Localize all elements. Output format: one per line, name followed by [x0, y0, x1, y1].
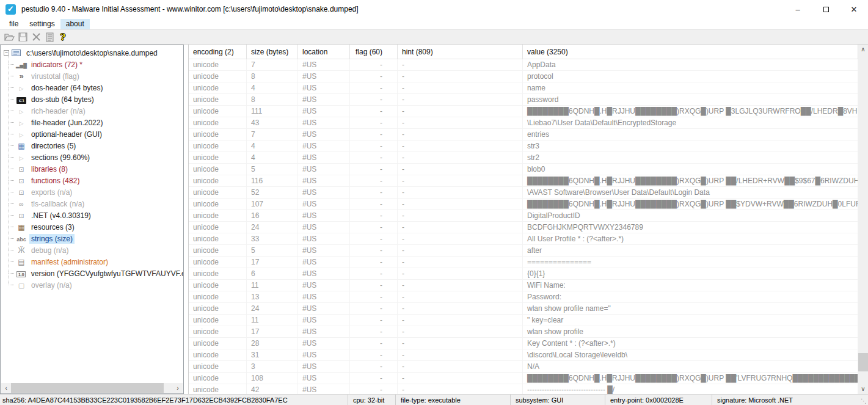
table-row[interactable]: unicode7#US--AppData — [189, 59, 858, 71]
maximize-button[interactable] — [812, 0, 840, 18]
tree-item-dos-header[interactable]: ▷dos-header (64 bytes) — [1, 82, 183, 93]
table-row[interactable]: unicode6#US--{0}{1} — [189, 268, 858, 280]
report-icon[interactable] — [43, 31, 56, 43]
tree-item-debug-n[interactable]: Ӝdebug (n/a) — [1, 244, 183, 256]
cell-flag: - — [350, 129, 398, 140]
table-row[interactable]: unicode7#US--entries — [189, 129, 858, 140]
tree-item-manifest-administrator[interactable]: ▤manifest (administrator) — [1, 256, 183, 268]
cell-size: 108 — [247, 373, 298, 384]
save-icon[interactable] — [16, 31, 29, 43]
expander-icon: ▷ — [15, 107, 27, 115]
tree-item-label: version (YFGGCVyufgtwfyuTGFWTVFAUYVF.e — [29, 269, 183, 279]
scroll-left-icon[interactable]: ‹ — [1, 384, 11, 392]
table-row[interactable]: unicode108#US--████████6QDNH█.H█RJJHU███… — [189, 373, 858, 384]
tree-item-net-v4[interactable]: ⊡.NET (v4.0.30319) — [1, 210, 183, 221]
cell-encoding: unicode — [189, 106, 247, 117]
column-header-location[interactable]: location — [298, 45, 350, 59]
table-row[interactable]: unicode13#US--Password: — [189, 291, 858, 303]
table-row[interactable]: unicode17#US--=============== — [189, 257, 858, 268]
table-row[interactable]: unicode4#US--str2 — [189, 152, 858, 164]
cell-hint: - — [398, 280, 523, 291]
scroll-right-icon[interactable]: › — [173, 384, 183, 392]
table-row[interactable]: unicode3#US--N/A — [189, 361, 858, 373]
table-row[interactable]: unicode5#US--after — [189, 245, 858, 257]
tree-item-version-yfggcvyufgtwfyutgfwtvfauyvf[interactable]: 1.0version (YFGGCVyufgtwfyuTGFWTVFAUYVF.… — [1, 268, 183, 279]
table-row[interactable]: unicode111#US--████████6QDNH█.H█RJJHU███… — [189, 106, 858, 117]
table-row[interactable]: unicode24#US--BCDFGHJKMPQRTVWXY2346789 — [189, 222, 858, 233]
scroll-up-icon[interactable]: ∧ — [858, 45, 868, 54]
table-row[interactable]: unicode4#US--name — [189, 82, 858, 94]
cell-location: #US — [298, 291, 350, 302]
tree-item-label: directories (5) — [29, 141, 78, 151]
column-header-size[interactable]: size (bytes) — [247, 45, 298, 59]
vertical-scrollbar[interactable]: ∧ ∨ — [858, 45, 868, 394]
menu-item-about[interactable]: about — [60, 19, 90, 29]
tree-item-strings-size[interactable]: abcstrings (size) — [1, 233, 183, 244]
tree-item-sections-99[interactable]: ▷sections (99.60%) — [1, 151, 183, 163]
column-header-value[interactable]: value (3250) — [523, 45, 858, 59]
tree-item-virustotal-flag[interactable]: »virustotal (flag) — [1, 70, 183, 82]
tree-item-optional-header[interactable]: ▷optional-header (GUI) — [1, 128, 183, 140]
cell-size: 17 — [247, 326, 298, 337]
tree-item-rich-header[interactable]: ▷rich-header (n/a) — [1, 105, 183, 117]
table-row[interactable]: unicode28#US--Key Content * : (?<after>.… — [189, 338, 858, 349]
cell-flag: - — [350, 384, 398, 394]
table-row[interactable]: unicode43#US--\Liebao7\User Data\Default… — [189, 117, 858, 129]
table-row[interactable]: unicode5#US--blob0 — [189, 164, 858, 175]
table-row[interactable]: unicode16#US--DigitalProductID — [189, 210, 858, 222]
column-header-flag[interactable]: flag (60) — [350, 45, 398, 59]
delete-icon[interactable] — [29, 31, 43, 43]
tree-item-resources-3[interactable]: ▦resources (3) — [1, 221, 183, 233]
column-header-hint[interactable]: hint (809) — [398, 45, 523, 59]
cell-flag: - — [350, 117, 398, 128]
tree-item-label: functions (482) — [29, 176, 81, 186]
table-row[interactable]: unicode33#US--All User Profile * : (?<af… — [189, 233, 858, 245]
table-row[interactable]: unicode24#US--wlan show profile name=" — [189, 303, 858, 315]
cell-size: 7 — [247, 59, 298, 70]
table-row[interactable]: unicode8#US--password — [189, 94, 858, 106]
tree-item-libraries-8[interactable]: ⊡libraries (8) — [1, 163, 183, 175]
column-header-encoding[interactable]: encoding (2) — [189, 45, 247, 59]
cell-flag: - — [350, 268, 398, 279]
horizontal-scrollbar-thumb[interactable] — [11, 383, 164, 393]
close-button[interactable]: ✕ — [840, 0, 868, 18]
table-row[interactable]: unicode11#US--" key=clear — [189, 315, 858, 326]
tree-item-indicators-72[interactable]: ▂▅█indicators (72) * — [1, 59, 183, 70]
table-row[interactable]: unicode31#US--\discord\Local Storage\lev… — [189, 349, 858, 361]
tree-item-label: file-header (Jun.2022) — [29, 118, 104, 128]
cell-encoding: unicode — [189, 71, 247, 82]
cell-size: 11 — [247, 280, 298, 291]
table-row[interactable]: unicode116#US--████████6QDNH█.H█RJJHU███… — [189, 175, 858, 187]
cell-size: 4 — [247, 82, 298, 93]
table-row[interactable]: unicode17#US--wlan show profile — [189, 326, 858, 338]
resize-grip[interactable]: ⋱ — [861, 398, 867, 404]
tree-root-item[interactable]: − c:\users\fujimoto\desktop\snake.dumped — [1, 47, 183, 59]
menu-item-settings[interactable]: settings — [24, 19, 60, 29]
cell-flag: - — [350, 233, 398, 244]
tree-item-exports-n[interactable]: ⊡exports (n/a) — [1, 186, 183, 198]
minimize-button[interactable]: – — [784, 0, 812, 18]
vertical-scrollbar-thumb[interactable] — [858, 353, 868, 371]
table-row[interactable]: unicode42#US----------------------------… — [189, 384, 858, 394]
table-row[interactable]: unicode107#US--████████6QDNH█.H█RJJHU███… — [189, 199, 858, 210]
table-row[interactable]: unicode8#US--protocol — [189, 71, 858, 82]
scroll-down-icon[interactable]: ∨ — [858, 384, 868, 394]
cell-size: 5 — [247, 245, 298, 256]
table-row[interactable]: unicode52#US--\AVAST Software\Browser\Us… — [189, 187, 858, 199]
cell-value: after — [523, 245, 858, 256]
cell-flag: - — [350, 82, 398, 93]
tree-item-label: libraries (8) — [29, 164, 70, 174]
tree-item-directories-5[interactable]: ▦directories (5) — [1, 140, 183, 151]
horizontal-scrollbar[interactable]: ‹ › — [1, 383, 183, 393]
tree-item-file-header[interactable]: ▷file-header (Jun.2022) — [1, 117, 183, 128]
menu-item-file[interactable]: file — [4, 19, 24, 29]
tree-item-functions-482[interactable]: ⊡functions (482) — [1, 175, 183, 186]
tree-item-tls-callback[interactable]: ∞tls-callback (n/a) — [1, 198, 183, 210]
cell-value: ████████6QDNH█.H█RJJHU████████)RXQG█)URP… — [523, 106, 858, 117]
help-icon[interactable]: ? — [56, 31, 70, 43]
tree-item-dos-stub[interactable]: c:\dos-stub (64 bytes) — [1, 93, 183, 105]
open-file-icon[interactable] — [2, 31, 16, 43]
tree-item-overlay-n[interactable]: ▢overlay (n/a) — [1, 279, 183, 291]
table-row[interactable]: unicode11#US--WiFi Name: — [189, 280, 858, 291]
table-row[interactable]: unicode4#US--str3 — [189, 140, 858, 152]
